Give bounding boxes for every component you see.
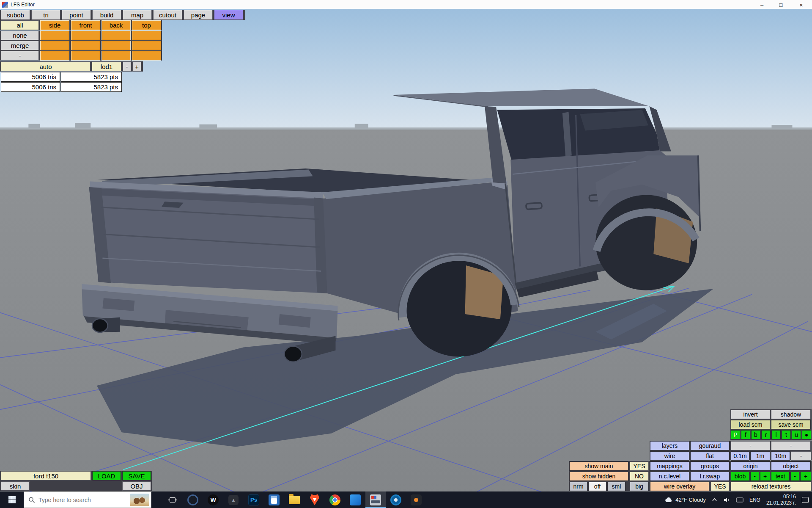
save-scm-button[interactable]: save scm: [771, 420, 811, 429]
lr-swap-button[interactable]: l.r.swap: [690, 472, 730, 481]
calculator-button[interactable]: [264, 491, 284, 508]
badge-app-button[interactable]: ▲: [223, 491, 244, 508]
menu-tab-subob[interactable]: subob: [1, 10, 30, 20]
file-explorer-button[interactable]: [284, 491, 304, 508]
view-grid-cell[interactable]: [102, 51, 131, 61]
nc-level-button[interactable]: n.c.level: [650, 472, 689, 481]
menu-tab-view-active[interactable]: view: [214, 10, 243, 20]
brave-button[interactable]: [304, 491, 325, 508]
merge-button[interactable]: merge: [1, 41, 39, 50]
game-app-button[interactable]: [406, 491, 426, 508]
lod-plus-button[interactable]: +: [132, 61, 141, 72]
obj-button[interactable]: OBJ: [122, 481, 151, 491]
view-grid-cell[interactable]: [40, 51, 69, 61]
show-main-button[interactable]: show main: [569, 461, 628, 471]
clock[interactable]: 05:16 21.01.2023 r.: [766, 494, 796, 506]
minimize-button[interactable]: –: [752, 0, 771, 9]
view-grid-cell[interactable]: [102, 41, 131, 50]
load-button[interactable]: LOAD: [92, 471, 121, 480]
show-main-value[interactable]: YES: [630, 461, 649, 471]
off-button[interactable]: off: [588, 482, 606, 491]
auto-button[interactable]: auto: [1, 61, 91, 72]
channel-dot-button[interactable]: ●: [802, 430, 811, 439]
channel-l-button[interactable]: l: [771, 430, 781, 439]
dash-cell[interactable]: -: [731, 441, 770, 450]
nrm-button[interactable]: nrm: [569, 482, 587, 491]
flat-button[interactable]: flat: [690, 451, 730, 461]
skin-button[interactable]: skin: [1, 481, 30, 491]
wire-overlay-value[interactable]: YES: [710, 482, 730, 491]
start-button[interactable]: [0, 491, 24, 508]
invert-button[interactable]: invert: [731, 410, 770, 419]
task-view-button[interactable]: [162, 491, 183, 508]
w-app-button[interactable]: W: [203, 491, 223, 508]
lod-button[interactable]: lod1: [92, 61, 121, 72]
search-input[interactable]: [38, 497, 119, 503]
blob-button[interactable]: blob: [731, 472, 749, 481]
wire-button[interactable]: wire: [650, 451, 689, 461]
reload-textures-button[interactable]: reload textures: [731, 482, 811, 491]
channel-t-button[interactable]: t: [782, 430, 791, 439]
top-button[interactable]: top: [132, 20, 161, 30]
text-plus-button[interactable]: +: [800, 472, 811, 481]
wire-overlay-button[interactable]: wire overlay: [650, 482, 709, 491]
close-button[interactable]: ×: [790, 0, 812, 9]
front-button[interactable]: front: [71, 20, 100, 30]
origin-button[interactable]: origin: [731, 461, 770, 471]
gouraud-button[interactable]: gouraud: [690, 441, 730, 450]
menu-tab-cutout[interactable]: cutout: [153, 10, 182, 20]
side-button[interactable]: side: [40, 20, 69, 30]
text-button[interactable]: text: [771, 472, 790, 481]
weather-widget[interactable]: 42°F Cloudy: [664, 497, 706, 503]
view-grid-cell[interactable]: [71, 41, 100, 50]
channel-r-button[interactable]: r: [761, 430, 771, 439]
grid-10m-button[interactable]: 10m: [771, 451, 790, 461]
view-grid-cell[interactable]: [71, 51, 100, 61]
view-grid-cell[interactable]: [132, 30, 161, 40]
blob-minus-button[interactable]: -: [750, 472, 759, 481]
chrome-button[interactable]: [325, 491, 345, 508]
text-minus-button[interactable]: -: [790, 472, 799, 481]
sml-button[interactable]: sml: [607, 482, 625, 491]
view-grid-cell[interactable]: [40, 30, 69, 40]
show-hidden-value[interactable]: NO: [630, 472, 649, 481]
dash-button[interactable]: -: [1, 51, 39, 61]
blob-plus-button[interactable]: +: [760, 472, 770, 481]
search-box[interactable]: [24, 491, 151, 508]
object-button[interactable]: object: [771, 461, 811, 471]
big-button[interactable]: big: [630, 482, 649, 491]
show-hidden-button[interactable]: show hidden: [569, 472, 628, 481]
shadow-button[interactable]: shadow: [771, 410, 811, 419]
viewport-3d[interactable]: [0, 0, 812, 508]
mappings-button[interactable]: mappings: [650, 461, 689, 471]
all-button[interactable]: all: [1, 20, 39, 30]
lfs-editor-taskbar-button[interactable]: [365, 491, 386, 508]
action-center-icon[interactable]: [802, 497, 809, 503]
maximize-button[interactable]: □: [771, 0, 790, 9]
dash-cell[interactable]: -: [791, 451, 811, 461]
channel-b-button[interactable]: b: [751, 430, 760, 439]
menu-tab-map[interactable]: map: [123, 10, 152, 20]
groups-button[interactable]: groups: [690, 461, 730, 471]
none-button[interactable]: none: [1, 30, 39, 40]
hidden-icons-chevron[interactable]: [712, 498, 717, 502]
load-scm-button[interactable]: load scm: [731, 420, 770, 429]
view-grid-cell[interactable]: [132, 51, 161, 61]
volume-icon[interactable]: [723, 497, 730, 503]
view-grid-cell[interactable]: [40, 41, 69, 50]
back-button[interactable]: back: [102, 20, 131, 30]
menu-tab-point[interactable]: point: [62, 10, 91, 20]
channel-P-button[interactable]: P: [731, 430, 740, 439]
layers-button[interactable]: layers: [650, 441, 689, 450]
lod-minus-button[interactable]: -: [123, 61, 131, 72]
channel-f-button[interactable]: f: [741, 430, 750, 439]
touch-keyboard-icon[interactable]: [736, 497, 743, 503]
menu-tab-page[interactable]: page: [184, 10, 213, 20]
grid-1m-button[interactable]: 1m: [750, 451, 770, 461]
search-highlight-image[interactable]: [130, 494, 149, 506]
blue-app-button[interactable]: [345, 491, 365, 508]
view-grid-cell[interactable]: [132, 41, 161, 50]
photoshop-button[interactable]: Ps: [244, 491, 264, 508]
round-app-button[interactable]: [183, 491, 203, 508]
save-button[interactable]: SAVE: [122, 471, 151, 480]
